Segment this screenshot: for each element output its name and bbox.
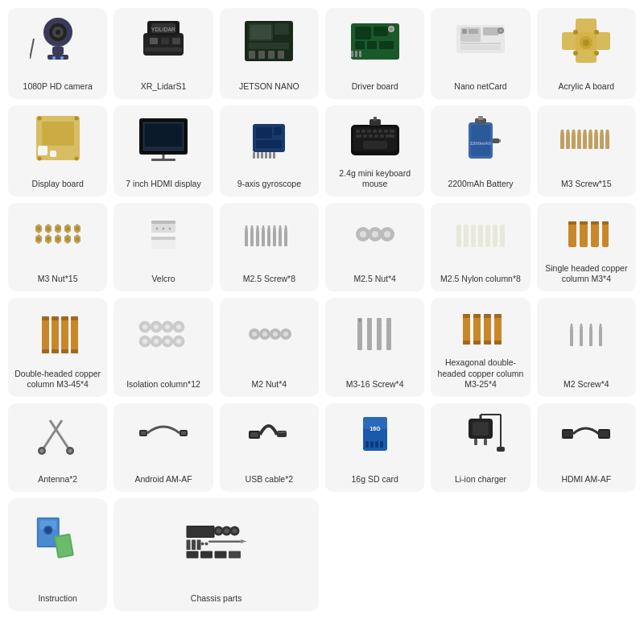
svg-rect-30 <box>367 41 377 49</box>
svg-point-293 <box>216 528 221 533</box>
item-display-board: Display board <box>8 105 107 196</box>
svg-rect-55 <box>42 122 74 146</box>
item-hd-camera-label: 1080P HD camera <box>23 72 93 93</box>
item-display-board-label: Display board <box>32 169 84 190</box>
item-antenna2-label: Antenna*2 <box>38 464 77 485</box>
item-chassis-parts-img <box>117 505 316 579</box>
svg-rect-85 <box>384 130 388 133</box>
svg-marker-116 <box>594 130 598 134</box>
svg-marker-245 <box>580 324 583 328</box>
item-battery: 2200mAh 2200mAh Battery <box>431 105 530 196</box>
svg-rect-72 <box>253 152 255 159</box>
svg-point-6 <box>52 56 56 60</box>
item-usb-cable2-img <box>223 410 316 460</box>
svg-rect-69 <box>256 127 272 138</box>
svg-rect-82 <box>367 130 371 133</box>
svg-rect-231 <box>473 314 481 345</box>
item-m25-nut4-label: M2.5 Nut*4 <box>353 264 396 285</box>
item-instruction: Instruction <box>8 498 107 611</box>
svg-text:2200mAh: 2200mAh <box>470 141 492 146</box>
svg-rect-19 <box>250 25 271 39</box>
svg-rect-246 <box>589 328 592 346</box>
svg-rect-299 <box>192 539 196 550</box>
item-display-board-img <box>11 112 104 164</box>
svg-rect-25 <box>278 51 284 59</box>
svg-rect-221 <box>357 322 362 350</box>
item-single-copper-img <box>540 209 633 258</box>
svg-marker-161 <box>279 225 282 230</box>
item-hdmi-am-af: HDMI AM-AF <box>537 403 636 492</box>
svg-point-61 <box>74 157 78 161</box>
item-xr-lidar-img: YDLIDAR <box>117 14 209 67</box>
item-double-copper-img <box>11 304 104 364</box>
svg-rect-4 <box>52 47 64 55</box>
svg-rect-119 <box>605 134 609 149</box>
item-isolation-col-img <box>117 304 209 365</box>
svg-rect-76 <box>269 152 271 159</box>
item-hex-double-copper-label: Hexagonal double-headed copper column M3… <box>434 357 526 390</box>
svg-rect-227 <box>377 318 382 323</box>
svg-rect-39 <box>483 27 499 35</box>
svg-rect-15 <box>172 38 180 44</box>
svg-rect-241 <box>494 341 502 345</box>
svg-rect-233 <box>494 314 502 345</box>
svg-rect-43 <box>460 45 501 50</box>
item-acrylic-a-board-label: Acrylic A board <box>559 72 614 93</box>
svg-text:16G: 16G <box>369 426 381 431</box>
item-hdmi-display-label: 7 inch HDMI display <box>126 169 200 190</box>
svg-rect-305 <box>214 551 226 558</box>
svg-marker-114 <box>588 130 592 134</box>
svg-rect-65 <box>145 124 182 147</box>
svg-rect-268 <box>370 441 374 448</box>
item-android-am-af: Android AM-AF <box>114 403 213 492</box>
item-driver-board-img <box>328 14 421 67</box>
svg-rect-57 <box>50 151 56 157</box>
svg-line-8 <box>30 39 34 59</box>
svg-rect-67 <box>151 159 175 161</box>
svg-rect-306 <box>229 551 241 558</box>
svg-point-208 <box>153 338 159 344</box>
svg-rect-193 <box>61 316 68 320</box>
svg-point-255 <box>68 449 72 453</box>
svg-rect-192 <box>52 349 59 353</box>
svg-point-59 <box>74 117 78 121</box>
svg-point-200 <box>153 324 159 329</box>
item-m25-screw8: M2.5 Screw*8 <box>220 203 319 291</box>
item-m25-screw8-img <box>223 209 316 259</box>
svg-marker-155 <box>262 225 265 230</box>
svg-rect-304 <box>200 551 213 558</box>
svg-rect-34 <box>351 51 353 57</box>
svg-point-287 <box>45 527 51 533</box>
svg-rect-224 <box>367 322 372 350</box>
svg-text:YDLIDAR: YDLIDAR <box>151 27 175 32</box>
svg-rect-226 <box>377 322 382 350</box>
svg-rect-24 <box>268 51 275 59</box>
item-keyboard-mouse-label: 2.4g mini keyboard mouse <box>328 168 421 190</box>
svg-marker-247 <box>589 324 592 328</box>
svg-point-198 <box>142 324 147 329</box>
svg-rect-172 <box>471 225 476 247</box>
svg-point-204 <box>175 324 181 329</box>
svg-marker-108 <box>572 130 576 134</box>
item-sd-card-img: 16G <box>328 410 421 460</box>
item-li-ion-charger-img <box>434 410 526 460</box>
item-li-ion-charger-label: Li-ion charger <box>455 464 506 485</box>
item-isolation-col-label: Isolation column*12 <box>126 369 200 390</box>
svg-rect-186 <box>52 316 59 353</box>
svg-rect-235 <box>463 341 470 345</box>
item-xr-lidar: YDLIDAR XR_LidarS1 <box>114 8 213 99</box>
svg-marker-282 <box>599 431 610 437</box>
svg-rect-303 <box>186 551 198 558</box>
svg-point-130 <box>75 227 79 231</box>
svg-point-136 <box>56 237 60 242</box>
svg-rect-196 <box>71 349 78 353</box>
svg-rect-191 <box>52 316 59 320</box>
svg-rect-232 <box>484 314 491 345</box>
svg-point-167 <box>372 231 378 237</box>
item-m2-nut4-label: M2 Nut*4 <box>251 369 287 390</box>
svg-point-126 <box>56 227 60 231</box>
svg-rect-80 <box>356 130 360 133</box>
item-hdmi-am-af-img <box>540 410 633 460</box>
svg-rect-35 <box>355 51 357 57</box>
svg-rect-117 <box>600 134 604 149</box>
